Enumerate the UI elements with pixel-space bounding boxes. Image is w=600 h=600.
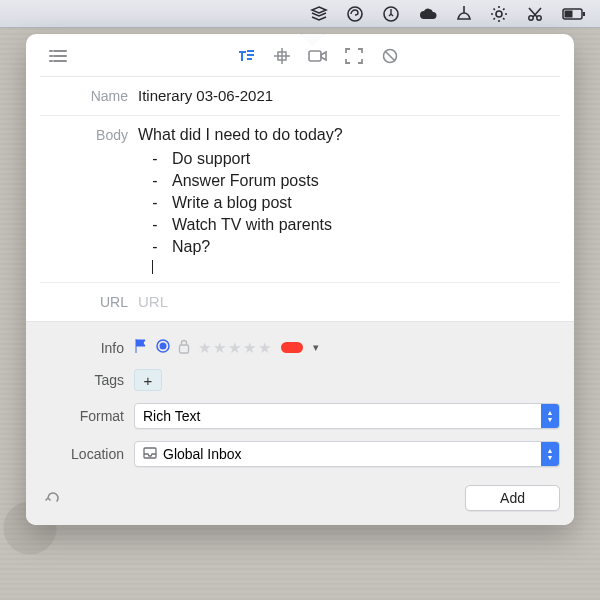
body-label: Body [44, 124, 138, 146]
list-item: -Nap? [152, 236, 556, 258]
add-button[interactable]: Add [465, 485, 560, 511]
text-mode-icon[interactable] [232, 44, 260, 68]
metadata-section: Info ★★★★★ ▾ Tags + Format Rich Text ▲▼ [26, 321, 574, 525]
body-question: What did I need to do today? [138, 124, 556, 146]
flag-icon[interactable] [134, 338, 148, 357]
svg-rect-7 [583, 12, 585, 16]
add-tag-button[interactable]: + [134, 369, 162, 391]
grid-snap-icon[interactable] [268, 44, 296, 68]
svg-rect-6 [565, 10, 573, 17]
cloud-icon[interactable] [418, 7, 438, 21]
list-item: -Do support [152, 148, 556, 170]
gear-icon[interactable] [490, 5, 508, 23]
location-value: Global Inbox [163, 446, 541, 462]
list-item: -Answer Forum posts [152, 170, 556, 192]
location-label: Location [40, 446, 134, 462]
tags-row: Tags + [40, 363, 560, 397]
body-row: Body What did I need to do today? -Do su… [40, 115, 560, 282]
select-stepper-icon: ▲▼ [541, 442, 559, 466]
format-select[interactable]: Rich Text ▲▼ [134, 403, 560, 429]
format-value: Rich Text [143, 408, 541, 424]
battery-icon[interactable] [562, 7, 586, 21]
url-row: URL URL [40, 282, 560, 321]
format-label: Format [40, 408, 134, 424]
layers-icon[interactable] [310, 6, 328, 22]
chevron-down-icon[interactable]: ▾ [313, 341, 319, 354]
list-item: -Write a blog post [152, 192, 556, 214]
body-input[interactable]: What did I need to do today? -Do support… [138, 124, 556, 274]
form-area: Name Itinerary 03-06-2021 Body What did … [26, 76, 574, 321]
select-stepper-icon: ▲▼ [541, 404, 559, 428]
color-label[interactable] [281, 342, 303, 353]
url-input[interactable]: URL [138, 291, 556, 313]
block-icon[interactable] [376, 44, 404, 68]
svg-point-0 [348, 7, 362, 21]
rating-stars[interactable]: ★★★★★ [198, 339, 273, 357]
svg-point-11 [160, 343, 167, 350]
list-item: -Watch TV with parents [152, 214, 556, 236]
text-cursor [152, 260, 153, 274]
body-list: -Do support -Answer Forum posts -Write a… [138, 148, 556, 258]
popover-toolbar [26, 34, 574, 76]
tags-label: Tags [40, 372, 134, 388]
video-icon[interactable] [304, 44, 332, 68]
name-row: Name Itinerary 03-06-2021 [40, 76, 560, 115]
note-popover: Name Itinerary 03-06-2021 Body What did … [26, 34, 574, 525]
location-row: Location Global Inbox ▲▼ [40, 435, 560, 473]
svg-rect-12 [180, 345, 189, 353]
lock-icon[interactable] [178, 339, 190, 357]
inbox-icon [143, 446, 157, 462]
location-select[interactable]: Global Inbox ▲▼ [134, 441, 560, 467]
status-dot-icon[interactable] [156, 339, 170, 356]
format-row: Format Rich Text ▲▼ [40, 397, 560, 435]
system-menubar [0, 0, 600, 28]
url-label: URL [44, 291, 138, 313]
footer: Add [40, 485, 560, 511]
svg-point-2 [496, 11, 502, 17]
list-view-icon[interactable] [44, 44, 72, 68]
name-input[interactable]: Itinerary 03-06-2021 [138, 85, 556, 107]
swirl-icon[interactable] [346, 5, 364, 23]
info-label: Info [40, 340, 134, 356]
info-row: Info ★★★★★ ▾ [40, 332, 560, 363]
cleaner-icon[interactable] [456, 5, 472, 23]
refresh-icon[interactable] [40, 485, 66, 511]
annotate-icon[interactable] [382, 5, 400, 23]
svg-rect-8 [309, 51, 321, 61]
fullscreen-icon[interactable] [340, 44, 368, 68]
scissors-icon[interactable] [526, 5, 544, 23]
name-label: Name [44, 85, 138, 107]
